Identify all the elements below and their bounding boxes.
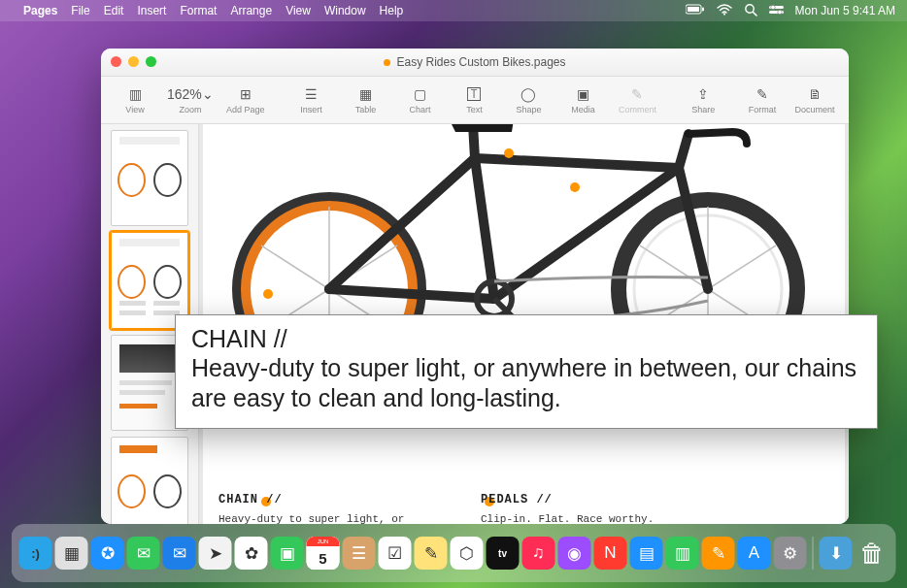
page-thumbnail-4[interactable]: [111, 437, 188, 524]
comment-icon: ✎: [631, 85, 643, 103]
svg-rect-1: [688, 7, 699, 12]
document-icon: 🗎: [808, 85, 822, 103]
svg-point-8: [770, 5, 774, 9]
brush-icon: ✎: [756, 85, 768, 103]
toolbar-document-button[interactable]: 🗎Document: [789, 79, 841, 121]
window-title: Easy Rides Custom Bikes.pages: [396, 55, 565, 69]
menu-window[interactable]: Window: [324, 4, 366, 17]
dock-keynote-icon[interactable]: ▤: [630, 537, 663, 570]
battery-icon[interactable]: [686, 4, 705, 17]
wifi-icon[interactable]: [717, 4, 732, 18]
svg-line-19: [261, 245, 329, 289]
toolbar-view-button[interactable]: ▥ View: [109, 79, 161, 121]
chain-body[interactable]: Heavy-duty to super light, or anywhere i…: [218, 512, 432, 524]
hover-heading: CHAIN //: [191, 325, 861, 353]
svg-line-29: [329, 289, 494, 299]
dock-trash-icon[interactable]: 🗑: [856, 537, 889, 570]
dock-reminders-icon[interactable]: ☑: [379, 537, 412, 570]
shape-icon: ◯: [521, 85, 536, 103]
toolbar: ▥ View 162% ⌄ Zoom ⊞ Add Page ☰Insert ▦T…: [101, 77, 849, 124]
dock-mail-icon[interactable]: ✉: [163, 537, 196, 570]
menu-edit[interactable]: Edit: [104, 4, 124, 17]
callout-dot-frame: [570, 182, 580, 192]
chart-icon: ▢: [414, 85, 426, 103]
svg-line-21: [708, 245, 776, 289]
dock-news-icon[interactable]: N: [594, 537, 627, 570]
pedals-section: PEDALS // Clip-in. Flat. Race worthy. Me…: [481, 493, 694, 524]
menu-arrange[interactable]: Arrange: [230, 4, 272, 17]
hover-body: Heavy-duty to super light, or anywhere i…: [191, 353, 861, 414]
dock: ▦✪✉✉➤✿▣JUN5☰☑✎⬡tv♫◉N▤▥✎A⚙⬇🗑: [12, 524, 896, 582]
dock-contacts-icon[interactable]: ☰: [343, 537, 376, 570]
table-icon: ▦: [359, 85, 372, 103]
dock-calendar-icon[interactable]: JUN5: [307, 537, 340, 570]
toolbar-share-button[interactable]: ⇪Share: [677, 79, 729, 121]
menu-insert[interactable]: Insert: [137, 4, 166, 17]
dock-launchpad-icon[interactable]: ▦: [55, 537, 88, 570]
dock-separator: [813, 537, 814, 570]
toolbar-text-button[interactable]: 🅃Text: [448, 79, 500, 121]
callout-dot-saddle: [504, 148, 514, 158]
menu-view[interactable]: View: [286, 4, 311, 17]
dock-music-icon[interactable]: ♫: [522, 537, 555, 570]
system-menubar: Pages File Edit Insert Format Arrange Vi…: [0, 0, 907, 21]
dock-facetime-icon[interactable]: ▣: [271, 537, 304, 570]
dock-notes-icon[interactable]: ✎: [415, 537, 448, 570]
page-thumbnail-1[interactable]: [111, 130, 188, 226]
toolbar-comment-button: ✎Comment: [611, 79, 663, 121]
svg-line-31: [475, 158, 494, 299]
toolbar-insert-button[interactable]: ☰Insert: [285, 79, 337, 121]
dock-appstore-icon[interactable]: A: [738, 537, 771, 570]
dock-settings-icon[interactable]: ⚙: [774, 537, 807, 570]
toolbar-format-button[interactable]: ✎Format: [736, 79, 789, 121]
window-fullscreen-button[interactable]: [146, 56, 156, 67]
window-close-button[interactable]: [111, 56, 121, 67]
svg-line-27: [475, 158, 679, 168]
menubar-clock[interactable]: Mon Jun 5 9:41 AM: [795, 4, 895, 17]
menu-format[interactable]: Format: [180, 4, 217, 17]
dock-safari-icon[interactable]: ✪: [91, 537, 124, 570]
titlebar: Easy Rides Custom Bikes.pages: [101, 49, 849, 77]
share-icon: ⇪: [697, 85, 709, 103]
hover-text-overlay: CHAIN // Heavy-duty to super light, or a…: [175, 314, 878, 429]
dock-downloads-icon[interactable]: ⬇: [820, 537, 853, 570]
svg-line-28: [679, 168, 708, 289]
callout-dot-wheel: [263, 289, 273, 299]
sidebar-icon: ▥: [129, 85, 142, 103]
window-minimize-button[interactable]: [128, 56, 139, 67]
dock-tv-icon[interactable]: tv: [487, 537, 520, 570]
dock-podcasts-icon[interactable]: ◉: [558, 537, 591, 570]
chain-section: CHAIN // Heavy-duty to super light, or a…: [218, 493, 432, 524]
svg-line-33: [679, 134, 689, 168]
svg-point-3: [723, 13, 725, 15]
plus-icon: ⊞: [240, 85, 252, 103]
app-menu-pages[interactable]: Pages: [23, 4, 57, 17]
dock-finder-icon[interactable]: [19, 537, 52, 570]
dock-messages-icon[interactable]: ✉: [127, 537, 160, 570]
dock-numbers-icon[interactable]: ▥: [666, 537, 699, 570]
dock-photos-icon[interactable]: ✿: [235, 537, 268, 570]
toolbar-zoom-button[interactable]: 162% ⌄ Zoom: [161, 79, 219, 121]
text-icon: 🅃: [467, 85, 481, 103]
toolbar-table-button[interactable]: ▦Table: [339, 79, 391, 121]
menu-help[interactable]: Help: [380, 4, 404, 17]
control-center-icon[interactable]: [769, 4, 784, 18]
toolbar-chart-button[interactable]: ▢Chart: [393, 79, 446, 121]
toolbar-add-page-button[interactable]: ⊞ Add Page: [219, 79, 272, 121]
spotlight-icon[interactable]: [744, 3, 757, 19]
menu-file[interactable]: File: [71, 4, 89, 17]
pedals-heading: PEDALS //: [481, 493, 694, 506]
dock-freeform-icon[interactable]: ⬡: [451, 537, 484, 570]
media-icon: ▣: [577, 85, 589, 103]
svg-point-9: [777, 10, 781, 14]
pedals-body[interactable]: Clip-in. Flat. Race worthy. Metal. Nonsl…: [481, 512, 694, 524]
zoom-value: 162% ⌄: [167, 85, 214, 103]
document-modified-icon: [384, 59, 390, 66]
svg-line-26: [329, 158, 475, 289]
svg-line-5: [753, 12, 756, 16]
toolbar-media-button[interactable]: ▣Media: [556, 79, 609, 121]
svg-rect-2: [702, 8, 704, 12]
dock-maps-icon[interactable]: ➤: [199, 537, 232, 570]
toolbar-shape-button[interactable]: ◯Shape: [502, 79, 554, 121]
dock-pages-icon[interactable]: ✎: [702, 537, 735, 570]
